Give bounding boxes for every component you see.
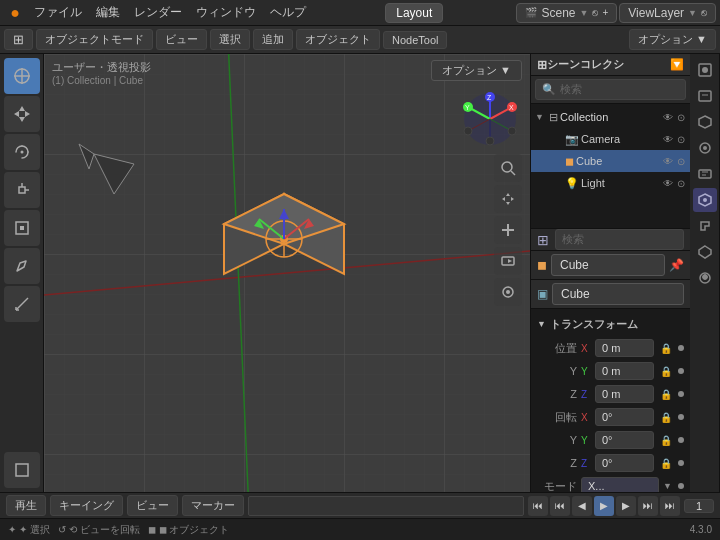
rotation-x-field[interactable]: 0° [595, 408, 654, 426]
mode-selector[interactable]: オブジェクトモード [36, 29, 153, 50]
position-x-lock[interactable]: 🔒 [660, 343, 672, 354]
editor-type-btn[interactable]: ⊞ [4, 29, 33, 50]
options-dropdown-btn[interactable]: オプション ▼ [431, 60, 522, 81]
transform-section: ▼ トランスフォーム 位置 X 0 m 🔒 [531, 309, 690, 492]
timeline-track[interactable] [248, 496, 524, 516]
restrict-icon[interactable]: ⊙ [676, 111, 686, 124]
next-keyframe-btn[interactable]: ⏭ [638, 496, 658, 516]
cube-restrict-icon[interactable]: ⊙ [676, 155, 686, 168]
pin-icon[interactable]: 📌 [669, 258, 684, 272]
measure-tool-btn[interactable] [4, 286, 40, 322]
view-menu-btn[interactable]: ビュー [156, 29, 207, 50]
rotation-y-field[interactable]: 0° [595, 431, 654, 449]
position-x-field[interactable]: 0 m [595, 339, 654, 357]
pan-tool-btn[interactable] [494, 185, 522, 213]
rotation-z-field[interactable]: 0° [595, 454, 654, 472]
prev-frame-btn[interactable]: ◀ [572, 496, 592, 516]
prev-keyframe-btn[interactable]: ⏮ [550, 496, 570, 516]
props-search-input[interactable]: 検索 [555, 229, 684, 250]
outliner-filter-icon[interactable]: 🔽 [670, 58, 684, 71]
modifier-props-icon[interactable] [693, 214, 717, 238]
position-z-lock[interactable]: 🔒 [660, 389, 672, 400]
menu-edit[interactable]: 編集 [90, 2, 126, 23]
tree-arrow: ▼ [535, 112, 547, 122]
zoom-tool-btn[interactable] [494, 154, 522, 182]
output-props-icon[interactable] [693, 84, 717, 108]
move-tool-btn[interactable] [4, 96, 40, 132]
tree-item-cube[interactable]: ▶ ◼ Cube 👁 ⊙ [531, 150, 690, 172]
menu-render[interactable]: レンダー [128, 2, 188, 23]
view-layer-icon[interactable] [693, 110, 717, 134]
obj-type-icon: ◼ [537, 258, 547, 272]
cursor-tool-btn[interactable] [4, 58, 40, 94]
render-overlay-btn[interactable] [494, 278, 522, 306]
camera-restrict-icon[interactable]: ⊙ [676, 133, 686, 146]
render-props-icon[interactable] [693, 58, 717, 82]
position-y-field[interactable]: 0 m [595, 362, 654, 380]
material-props-icon[interactable] [693, 266, 717, 290]
scene-props-icon[interactable] [693, 136, 717, 160]
viewport-options[interactable]: オプション ▼ [431, 60, 522, 81]
tree-item-camera[interactable]: ▶ 📷 Camera 👁 ⊙ [531, 128, 690, 150]
data-props-icon[interactable] [693, 240, 717, 264]
frame-number[interactable]: 1 [684, 499, 714, 513]
menu-window[interactable]: ウィンドウ [190, 2, 262, 23]
marker-btn[interactable]: マーカー [182, 495, 244, 516]
visibility-icon[interactable]: 👁 [662, 111, 674, 124]
play-menu[interactable]: 再生 [6, 495, 46, 516]
annotate-tool-btn[interactable] [4, 248, 40, 284]
scale-tool-btn[interactable] [4, 172, 40, 208]
view-layer-selector[interactable]: ViewLayer ▼ ⎋ [619, 3, 716, 23]
camera-view-btn[interactable] [494, 247, 522, 275]
camera-visibility-icon[interactable]: 👁 [662, 133, 674, 146]
tree-item-light[interactable]: ▶ 💡 Light 👁 ⊙ [531, 172, 690, 194]
object-name-field[interactable]: Cube [551, 254, 665, 276]
tree-item-scene-collection[interactable]: ▼ ⊟ Collection 👁 ⊙ [531, 106, 690, 128]
app-wrapper: ● ファイル 編集 レンダー ウィンドウ ヘルプ Layout 🎬 Scene … [0, 0, 720, 540]
x-axis-label: X [581, 343, 591, 354]
rotation-x-lock[interactable]: 🔒 [660, 412, 672, 423]
position-z-field[interactable]: 0 m [595, 385, 654, 403]
jump-end-btn[interactable]: ⏭ [660, 496, 680, 516]
rotation-z-lock[interactable]: 🔒 [660, 458, 672, 469]
menu-help[interactable]: ヘルプ [264, 2, 312, 23]
data-name-field[interactable]: Cube [552, 283, 684, 305]
transform-header[interactable]: ▼ トランスフォーム [537, 313, 684, 335]
layout-button[interactable]: Layout [385, 3, 443, 23]
cube-visibility-icon[interactable]: 👁 [662, 155, 674, 168]
play-btn[interactable]: ▶ [594, 496, 614, 516]
world-props-icon[interactable] [693, 162, 717, 186]
select-menu-btn[interactable]: 選択 [210, 29, 250, 50]
rotation-y-lock[interactable]: 🔒 [660, 435, 672, 446]
zoom-in-btn[interactable] [494, 216, 522, 244]
menu-file[interactable]: ファイル [28, 2, 88, 23]
svg-rect-8 [20, 226, 24, 230]
light-restrict-icon[interactable]: ⊙ [676, 177, 686, 190]
add-menu-btn[interactable]: 追加 [253, 29, 293, 50]
light-visibility-icon[interactable]: 👁 [662, 177, 674, 190]
jump-start-btn[interactable]: ⏮ [528, 496, 548, 516]
blender-icon[interactable]: ● [4, 2, 26, 24]
outliner-search[interactable]: 🔍 検索 [535, 79, 686, 100]
mode-field[interactable]: X... [581, 477, 659, 492]
object-menu-btn[interactable]: オブジェクト [296, 29, 380, 50]
view-btn[interactable]: ビュー [127, 495, 178, 516]
object-props-icon[interactable] [693, 188, 717, 212]
svg-line-50 [511, 171, 515, 175]
rotate-tool-btn[interactable] [4, 134, 40, 170]
add-cube-tool-btn[interactable] [4, 452, 40, 488]
svg-point-3 [20, 151, 23, 154]
mode-dot [678, 483, 684, 489]
options-btn[interactable]: オプション ▼ [629, 29, 716, 50]
node-tool-btn[interactable]: NodeTool [383, 31, 447, 49]
position-x-dot [678, 345, 684, 351]
position-y-lock[interactable]: 🔒 [660, 366, 672, 377]
scene-selector[interactable]: 🎬 Scene ▼ ⎋ + [516, 3, 617, 23]
tree-arrow-light: ▶ [551, 178, 563, 188]
viewport[interactable]: ユーザー・透視投影 (1) Collection | Cube オプション ▼ … [44, 54, 530, 492]
svg-rect-64 [699, 170, 711, 178]
next-frame-btn[interactable]: ▶ [616, 496, 636, 516]
search-icon: 🔍 [542, 83, 556, 96]
transform-tool-btn[interactable] [4, 210, 40, 246]
keyframe-menu[interactable]: キーイング [50, 495, 123, 516]
